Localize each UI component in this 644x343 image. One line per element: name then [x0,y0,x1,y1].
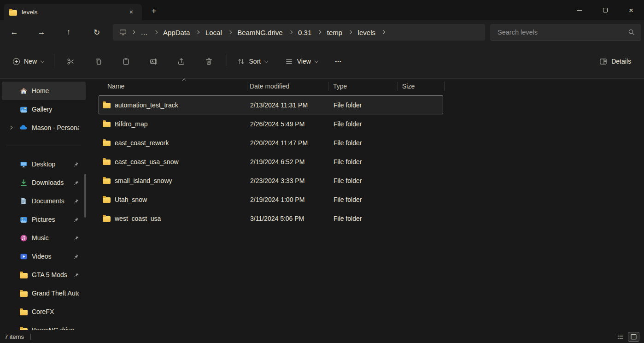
sidebar-item-beamng-drive[interactable]: BeamNG.drive [2,321,86,330]
sidebar-item-pictures[interactable]: Pictures [2,210,86,229]
address-bar[interactable]: … AppData Local BeamNG.drive 0.31 temp l… [113,24,485,41]
folder-icon [103,216,111,222]
gallery-icon [19,105,28,113]
sidebar-scrollbar[interactable] [84,174,86,218]
maximize-button[interactable] [592,0,618,20]
breadcrumb-item-031[interactable]: 0.31 [293,25,316,39]
pictures-icon [19,215,28,224]
clipboard-icon [122,58,130,65]
breadcrumb-overflow[interactable]: … [136,25,153,39]
download-arrow-icon [19,178,28,187]
column-header-date-modified[interactable]: Date modified [247,79,328,93]
paste-button[interactable] [117,53,135,70]
new-button-label: New [24,58,37,65]
sort-button[interactable]: Sort [232,52,273,71]
sidebar-item-videos[interactable]: Videos [2,247,86,266]
column-header-type[interactable]: Type [328,79,398,93]
breadcrumb-chevron[interactable] [195,31,200,34]
folder-icon [19,289,28,297]
large-icons-view-button[interactable] [628,332,639,342]
chevron-down-icon [41,59,44,63]
close-button[interactable]: × [618,0,644,20]
this-pc-icon[interactable] [116,25,130,39]
chevron-right-icon[interactable] [9,126,12,130]
file-row-east-coast-rework[interactable]: east_coast_rework 2/20/2024 11:47 PM Fil… [99,133,443,152]
sidebar-item-onedrive[interactable]: Mason - Personal [2,118,86,137]
column-header-size[interactable]: Size [398,79,445,93]
minimize-button[interactable] [567,0,592,20]
view-button[interactable]: View [280,52,323,71]
copy-button[interactable] [89,53,108,70]
breadcrumb-chevron[interactable] [130,31,136,34]
forward-button[interactable]: → [33,24,50,40]
chevron-right-icon [381,30,385,34]
sidebar-item-gta5mods[interactable]: GTA 5 Mods [2,266,86,284]
breadcrumb-item-beamng[interactable]: BeamNG.drive [232,25,287,39]
view-toggles [615,332,639,342]
chevron-right-icon [131,30,135,34]
share-button[interactable] [172,53,191,70]
details-view-icon [617,333,624,340]
up-button[interactable]: ↑ [60,24,77,40]
file-row-utah-snow[interactable]: Utah_snow 2/19/2024 1:00 PM File folder [99,190,443,209]
breadcrumb-chevron[interactable] [153,31,158,34]
breadcrumb-chevron[interactable] [381,31,386,34]
new-tab-button[interactable]: + [146,4,161,18]
breadcrumb-item-temp[interactable]: temp [322,25,347,39]
sidebar-item-downloads[interactable]: Downloads [2,173,86,192]
folder-icon [103,122,111,127]
sidebar-item-home[interactable]: Home [2,82,86,100]
sidebar-divider [6,146,81,146]
delete-button[interactable] [200,53,218,70]
cut-button[interactable] [62,53,80,70]
sidebar-item-gallery[interactable]: Gallery [2,100,86,118]
breadcrumb-item-appdata[interactable]: AppData [158,25,195,39]
breadcrumb-chevron[interactable] [316,31,322,34]
search-input[interactable] [490,29,628,36]
file-row-small-island-snowy[interactable]: small_island_snowy 2/23/2024 3:33 PM Fil… [99,171,443,190]
sidebar-item-grand-theft-auto[interactable]: Grand Theft Auto [2,284,86,302]
breadcrumb-item-levels[interactable]: levels [353,25,381,39]
list-lines-icon [285,58,293,65]
new-button[interactable]: New [7,52,49,71]
details-pane-button[interactable]: Details [594,52,637,71]
breadcrumb-chevron[interactable] [288,31,293,34]
sidebar-item-label: GTA 5 Mods [32,271,70,278]
sort-button-label: Sort [249,58,261,65]
title-bar: levels × + × [0,0,644,20]
folder-icon [103,160,111,165]
folder-icon [103,103,111,108]
sidebar-item-documents[interactable]: Documents [2,192,86,210]
navigation-bar: ← → ↑ ↻ … AppData Local BeamNG.drive 0.3… [0,20,644,44]
music-note-icon [19,234,28,242]
rename-button[interactable] [145,53,163,70]
folder-icon [103,141,111,146]
tab-close-button[interactable]: × [126,7,136,17]
column-header-name[interactable]: Name [99,79,247,93]
sidebar-item-music[interactable]: Music [2,229,86,247]
column-headers: Name Date modified Type Size [99,79,644,93]
folder-icon [19,271,28,279]
sidebar-item-desktop[interactable]: Desktop [2,155,86,173]
chevron-right-icon [228,30,232,34]
breadcrumb-chevron[interactable] [347,31,353,34]
maximize-icon [603,8,608,12]
pin-icon [73,161,79,167]
file-row-west-coast-usa[interactable]: west_coast_usa 3/11/2024 5:06 PM File fo… [99,209,443,228]
explorer-tab[interactable]: levels × [4,4,142,20]
search-icon [628,29,635,35]
copy-icon [94,58,102,65]
sidebar-item-corefx[interactable]: CoreFX [2,302,86,321]
breadcrumb-item-local[interactable]: Local [200,25,227,39]
back-button[interactable]: ← [6,24,23,40]
see-more-button[interactable]: ••• [329,52,347,71]
file-explorer-window: levels × + × ← → ↑ ↻ … AppData Local Bea… [0,0,644,343]
details-view-button[interactable] [615,332,626,342]
file-row-east-coast-usa-snow[interactable]: east_coast_usa_snow 2/19/2024 6:52 PM Fi… [99,152,443,171]
refresh-button[interactable]: ↻ [88,24,105,40]
chevron-right-icon [288,30,292,34]
file-row-automation-test-track[interactable]: automation_test_track 2/13/2024 11:31 PM… [99,95,443,114]
breadcrumb-chevron[interactable] [227,31,233,34]
command-toolbar: New Sort [0,44,644,79]
file-row-bifdro-map[interactable]: Bifdro_map 2/26/2024 5:49 PM File folder [99,114,443,133]
